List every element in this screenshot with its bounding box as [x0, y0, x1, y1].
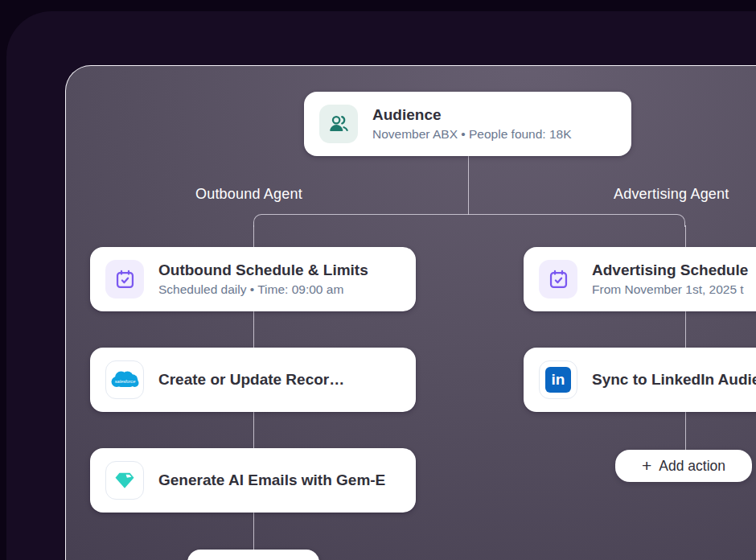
audience-subtitle: November ABX • People found: 18K — [372, 126, 572, 142]
advertising-schedule-title: Advertising Schedule — [592, 261, 748, 280]
add-action-button[interactable]: + Add action — [615, 450, 752, 482]
linkedin-icon: in — [539, 360, 577, 399]
advertising-agent-label: Advertising Agent — [614, 186, 729, 203]
outbound-agent-label: Outbound Agent — [195, 186, 302, 203]
users-icon — [319, 105, 358, 143]
outbound-schedule-subtitle: Scheduled daily • Time: 09:00 am — [158, 282, 368, 298]
audience-title: Audience — [372, 105, 572, 125]
salesforce-node[interactable]: salesforce Create or Update Recor… — [90, 348, 416, 412]
outbound-schedule-title: Outbound Schedule & Limits — [158, 261, 368, 280]
connector-audience — [468, 156, 469, 215]
svg-text:salesforce: salesforce — [115, 379, 136, 384]
salesforce-title: Create or Update Recor… — [158, 370, 344, 389]
workflow-screen: Outbound Agent Advertising Agent Audienc… — [0, 0, 756, 560]
add-action-button-partial[interactable] — [187, 550, 319, 560]
plus-icon: + — [642, 457, 651, 474]
salesforce-icon: salesforce — [105, 360, 144, 399]
gem-icon — [105, 461, 144, 500]
outbound-schedule-node[interactable]: Outbound Schedule & Limits Scheduled dai… — [90, 247, 416, 311]
gem-e-node[interactable]: Generate AI Emails with Gem-E — [90, 448, 416, 513]
calendar-check-icon — [539, 260, 577, 299]
gem-e-title: Generate AI Emails with Gem-E — [158, 471, 385, 490]
advertising-schedule-subtitle: From November 1st, 2025 t — [592, 282, 748, 298]
linkedin-title: Sync to LinkedIn Audie — [592, 370, 756, 389]
linkedin-node[interactable]: in Sync to LinkedIn Audie — [524, 348, 756, 412]
advertising-schedule-node[interactable]: Advertising Schedule From November 1st, … — [524, 247, 756, 311]
audience-node[interactable]: Audience November ABX • People found: 18… — [304, 92, 631, 156]
calendar-check-icon — [105, 260, 144, 299]
connector-branch — [253, 214, 685, 227]
add-action-label: Add action — [659, 458, 725, 475]
